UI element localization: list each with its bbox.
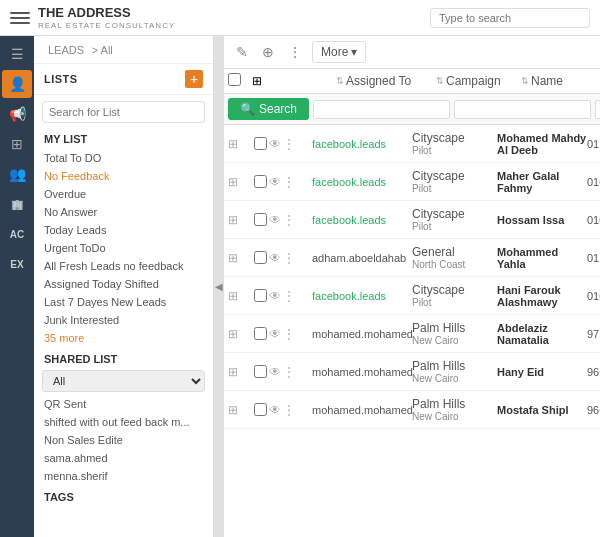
eye-icon[interactable]: 👁 — [269, 403, 281, 417]
list-item-qr-sent[interactable]: QR Sent — [34, 395, 213, 413]
menu-icon[interactable]: ⋮ — [283, 403, 295, 417]
list-item-assigned-today[interactable]: Assigned Today Shifted — [34, 275, 213, 293]
list-item-overdue[interactable]: Overdue — [34, 185, 213, 203]
delete-button[interactable]: ⋮ — [284, 42, 306, 62]
search-list-input[interactable] — [42, 101, 205, 123]
list-item-total-todo[interactable]: Total To DO — [34, 149, 213, 167]
menu-icon[interactable]: ⋮ — [283, 289, 295, 303]
global-search-input[interactable] — [430, 8, 590, 28]
campaign-label: Campaign — [446, 74, 501, 88]
cell-name[interactable]: Hany Eid — [497, 366, 587, 378]
cell-name[interactable]: Mostafa Shipl — [497, 404, 587, 416]
assigned-search-field[interactable] — [313, 100, 450, 119]
cell-assigned[interactable]: adham.aboeldahab — [312, 252, 412, 264]
name-search-field[interactable] — [595, 100, 600, 119]
row-checkbox[interactable] — [254, 251, 267, 264]
cell-name[interactable]: Hossam Issa — [497, 214, 587, 226]
sidebar-item-menu[interactable]: ☰ — [2, 40, 32, 68]
cell-mobile: 01091113... — [587, 176, 600, 188]
sidebar-item-ex[interactable]: EX — [2, 250, 32, 278]
list-item-no-feedback[interactable]: No Feedback — [34, 167, 213, 185]
leads-header: LEADS > All — [34, 36, 213, 64]
add-list-button[interactable]: + — [185, 70, 203, 88]
header-campaign[interactable]: ⇅ Campaign — [436, 74, 521, 88]
cell-assigned[interactable]: facebook.leads — [312, 138, 412, 150]
list-item-all-fresh[interactable]: All Fresh Leads no feedback — [34, 257, 213, 275]
copy-button[interactable]: ⊕ — [258, 42, 278, 62]
assigned-label: Assigned To — [346, 74, 411, 88]
row-checkbox[interactable] — [254, 137, 267, 150]
select-all-checkbox[interactable] — [228, 73, 241, 86]
more-button[interactable]: More ▾ — [312, 41, 366, 63]
right-content: ✎ ⊕ ⋮ More ▾ ⊞ ⇅ Assigned To ⇅ Campaign — [224, 36, 600, 537]
menu-icon[interactable]: ⋮ — [283, 327, 295, 341]
eye-icon[interactable]: 👁 — [269, 175, 281, 189]
search-button[interactable]: 🔍 Search — [228, 98, 309, 120]
sidebar-item-ac[interactable]: AC — [2, 220, 32, 248]
campaign-name: Cityscape — [412, 207, 497, 221]
search-icon: 🔍 — [240, 102, 255, 116]
list-item-sama[interactable]: sama.ahmed — [34, 449, 213, 467]
list-item-last7days[interactable]: Last 7 Dayes New Leads — [34, 293, 213, 311]
menu-icon[interactable]: ⋮ — [283, 137, 295, 151]
header-name[interactable]: ⇅ Name — [521, 74, 600, 88]
more-label: More — [321, 45, 348, 59]
sidebar-item-properties[interactable]: 🏢 — [2, 190, 32, 218]
list-item-today-leads[interactable]: Today Leads — [34, 221, 213, 239]
eye-icon[interactable]: 👁 — [269, 137, 281, 151]
cell-name[interactable]: Mohamed Mahdy Al Deeb — [497, 132, 587, 156]
list-item-menna[interactable]: menna.sherif — [34, 467, 213, 485]
cell-name[interactable]: Hani Farouk Alashmawy — [497, 284, 587, 308]
list-items: Total To DO No Feedback Overdue No Answe… — [34, 149, 213, 537]
header-assigned[interactable]: ⇅ Assigned To — [336, 74, 436, 88]
cell-name[interactable]: Mohammed Yahla — [497, 246, 587, 270]
menu-icon[interactable]: ⋮ — [283, 175, 295, 189]
eye-icon[interactable]: 👁 — [269, 327, 281, 341]
list-item-junk[interactable]: Junk Interested — [34, 311, 213, 329]
list-item-no-answer[interactable]: No Answer — [34, 203, 213, 221]
sidebar-item-grid[interactable]: ⊞ — [2, 130, 32, 158]
cell-campaign: Cityscape Pilot — [412, 131, 497, 156]
table-header: ⊞ ⇅ Assigned To ⇅ Campaign ⇅ Name ⇅ Mobi… — [224, 69, 600, 94]
row-checkbox[interactable] — [254, 213, 267, 226]
cell-assigned[interactable]: facebook.leads — [312, 214, 412, 226]
eye-icon[interactable]: 👁 — [269, 251, 281, 265]
cell-assigned[interactable]: mohamed.mohamed — [312, 366, 412, 378]
menu-icon[interactable]: ⋮ — [283, 365, 295, 379]
list-item-non-sales[interactable]: Non Sales Edite — [34, 431, 213, 449]
eye-icon[interactable]: 👁 — [269, 213, 281, 227]
row-checkbox[interactable] — [254, 175, 267, 188]
logo-sub: REAL ESTATE CONSULTANCY — [38, 21, 175, 30]
row-checkbox[interactable] — [254, 365, 267, 378]
menu-icon[interactable]: ⋮ — [283, 213, 295, 227]
row-checkbox[interactable] — [254, 289, 267, 302]
cell-assigned[interactable]: facebook.leads — [312, 176, 412, 188]
campaign-search-field[interactable] — [454, 100, 591, 119]
cell-assigned[interactable]: mohamed.mohamed — [312, 328, 412, 340]
row-icons: ⊞ 👁 ⋮ — [228, 289, 312, 303]
more-dropdown-icon: ▾ — [351, 45, 357, 59]
eye-icon[interactable]: 👁 — [269, 365, 281, 379]
cell-name[interactable]: Maher Galal Fahmy — [497, 170, 587, 194]
sidebar-item-leads[interactable]: 👤 — [2, 70, 32, 98]
header-checkbox[interactable] — [228, 73, 252, 89]
list-item-shifted[interactable]: shifted with out feed back m... — [34, 413, 213, 431]
cell-name[interactable]: Abdelaziz Namatalia — [497, 322, 587, 346]
more-link[interactable]: 35 more — [34, 329, 213, 347]
collapse-handle[interactable]: ◀ — [214, 36, 224, 537]
cell-campaign: Palm Hills New Cairo — [412, 321, 497, 346]
cell-assigned[interactable]: mohamed.mohamed — [312, 404, 412, 416]
edit-button[interactable]: ✎ — [232, 42, 252, 62]
row-checkbox[interactable] — [254, 403, 267, 416]
row-checkbox[interactable] — [254, 327, 267, 340]
eye-icon[interactable]: 👁 — [269, 289, 281, 303]
list-item-urgent-todo[interactable]: Urgent ToDo — [34, 239, 213, 257]
sidebar-item-contacts[interactable]: 👥 — [2, 160, 32, 188]
menu-icon[interactable]: ⋮ — [283, 251, 295, 265]
cell-assigned[interactable]: facebook.leads — [312, 290, 412, 302]
sidebar-item-campaigns[interactable]: 📢 — [2, 100, 32, 128]
shared-list-select[interactable]: All QR Sent shifted with out feed back m… — [42, 370, 205, 392]
leads-title: LEADS — [48, 44, 84, 56]
hamburger-icon[interactable] — [10, 8, 30, 28]
table-body: ⊞ 👁 ⋮ facebook.leads Cityscape Pilot Moh… — [224, 125, 600, 537]
